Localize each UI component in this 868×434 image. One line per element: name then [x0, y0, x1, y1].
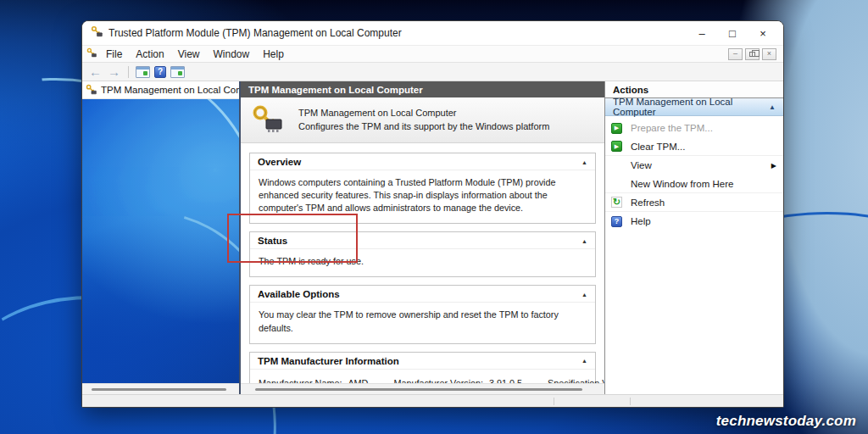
close-button[interactable]: × — [748, 23, 778, 43]
banner-subtitle: Configures the TPM and its support by th… — [298, 120, 549, 133]
tpm-key-icon — [86, 84, 97, 97]
action-item-new-window-from-here[interactable]: New Window from Here — [605, 175, 783, 193]
section-title: Available Options — [258, 289, 581, 299]
console-body: TPM Management on Local Comp TPM Managem… — [82, 81, 783, 394]
mdi-restore-button[interactable] — [745, 48, 760, 60]
action-label: Clear TPM... — [631, 142, 685, 152]
window-title: Trusted Platform Module (TPM) Management… — [108, 27, 687, 39]
status-highlight-box — [227, 214, 358, 263]
section-header: TPM Manufacturer Information▲ — [250, 353, 595, 370]
statusbar-pane-divider — [554, 398, 554, 405]
action-label: Prepare the TPM... — [631, 123, 713, 133]
action-item-prepare-the-tpm[interactable]: ▶Prepare the TPM... — [605, 119, 783, 137]
menu-item-help[interactable]: Help — [256, 47, 291, 61]
icon-spacer — [611, 160, 622, 171]
forward-button[interactable]: → — [107, 65, 121, 78]
mdi-window-controls: – × — [728, 48, 779, 60]
section-tpm-manufacturer-information: TPM Manufacturer Information▲Manufacture… — [249, 352, 596, 383]
collapse-icon[interactable]: ▲ — [581, 292, 587, 298]
icon-spacer — [611, 178, 622, 189]
collapse-icon[interactable]: ▲ — [581, 358, 587, 364]
section-body: Manufacturer Name:AMDManufacturer Versio… — [250, 370, 595, 383]
menu-item-window[interactable]: Window — [207, 47, 257, 61]
snap-in-banner: TPM Management on Local Computer Configu… — [241, 97, 604, 143]
menu-items: FileActionViewWindowHelp — [99, 48, 291, 60]
minimize-button[interactable]: – — [687, 23, 717, 43]
tree-horizontal-scrollbar[interactable] — [82, 383, 239, 394]
section-body: You may clear the TPM to remove ownershi… — [250, 303, 595, 342]
results-horizontal-scrollbar[interactable] — [241, 383, 604, 394]
collapse-icon[interactable]: ▲ — [581, 238, 587, 244]
manufacturer-field: Manufacturer Version:3.91.0.5 — [393, 377, 522, 383]
restore-icon — [749, 52, 755, 57]
scrollbar-thumb[interactable] — [255, 388, 582, 391]
scrollbar-thumb[interactable] — [92, 388, 226, 391]
tree-item-tpm-management[interactable]: TPM Management on Local Comp — [82, 81, 239, 99]
collapse-icon[interactable]: ▲ — [769, 103, 776, 111]
tpm-key-icon — [91, 25, 103, 41]
menu-bar: FileActionViewWindowHelp – × — [82, 45, 783, 63]
title-bar[interactable]: Trusted Platform Module (TPM) Management… — [82, 21, 783, 45]
toolbar-separator — [128, 66, 129, 78]
help-icon: ? — [611, 216, 622, 227]
manufacturer-field: Specification Version:2.0 — [548, 377, 604, 383]
actions-group-header[interactable]: TPM Management on Local Computer ▲ — [605, 98, 783, 116]
actions-group-label: TPM Management on Local Computer — [613, 97, 769, 117]
tpm-key-chip-icon — [251, 104, 285, 136]
tree-item-label: TPM Management on Local Comp — [101, 85, 239, 95]
section-title: TPM Manufacturer Information — [258, 356, 581, 366]
action-label: View — [631, 160, 652, 170]
maximize-button[interactable]: □ — [717, 23, 748, 43]
action-item-view[interactable]: View▶ — [605, 156, 783, 175]
section-available-options: Available Options▲You may clear the TPM … — [249, 285, 596, 343]
results-pane-header: TPM Management on Local Computer — [241, 81, 604, 97]
section-title: Overview — [258, 157, 581, 167]
toolbar: ← → ? — [82, 63, 783, 81]
menu-item-file[interactable]: File — [99, 47, 129, 61]
console-tree-pane: TPM Management on Local Comp — [82, 81, 241, 394]
menu-item-action[interactable]: Action — [129, 47, 170, 61]
mdi-minimize-button[interactable]: – — [728, 48, 743, 60]
watermark: technewstoday.com — [716, 413, 856, 430]
banner-title: TPM Management on Local Computer — [298, 107, 549, 120]
mdi-close-button[interactable]: × — [762, 48, 776, 60]
status-bar — [82, 394, 783, 407]
section-header: Overview▲ — [250, 153, 595, 170]
action-arrow-icon: ▶ — [611, 123, 622, 134]
tpm-key-icon — [86, 47, 97, 60]
action-item-clear-tpm[interactable]: ▶Clear TPM... — [605, 137, 783, 156]
menu-item-view[interactable]: View — [171, 47, 207, 61]
back-button[interactable]: ← — [88, 65, 103, 78]
action-item-help[interactable]: ?Help — [605, 212, 783, 231]
sections: Overview▲Windows computers containing a … — [241, 143, 604, 383]
action-item-refresh[interactable]: ↻Refresh — [605, 193, 783, 212]
statusbar-pane-divider — [630, 398, 631, 405]
desktop: Trusted Platform Module (TPM) Management… — [0, 0, 868, 434]
actions-pane-title: Actions — [605, 81, 783, 98]
action-label: New Window from Here — [631, 179, 733, 189]
section-header: Available Options▲ — [250, 286, 595, 303]
help-toolbar-button[interactable]: ? — [154, 66, 166, 78]
refresh-icon: ↻ — [611, 197, 622, 208]
action-arrow-icon: ▶ — [611, 141, 622, 152]
submenu-arrow-icon: ▶ — [771, 162, 776, 170]
tpm-management-window: Trusted Platform Module (TPM) Management… — [81, 20, 784, 408]
actions-pane: Actions TPM Management on Local Computer… — [605, 81, 783, 394]
action-label: Help — [631, 216, 651, 226]
manufacturer-field: Manufacturer Name:AMD — [259, 377, 368, 383]
action-label: Refresh — [631, 198, 665, 208]
collapse-icon[interactable]: ▲ — [581, 159, 587, 165]
show-console-tree-button[interactable] — [136, 66, 150, 78]
console-window-button[interactable] — [170, 66, 185, 78]
actions-list: ▶Prepare the TPM...▶Clear TPM...View▶New… — [605, 116, 783, 394]
tree-pane-wallpaper-glitch — [82, 99, 239, 383]
